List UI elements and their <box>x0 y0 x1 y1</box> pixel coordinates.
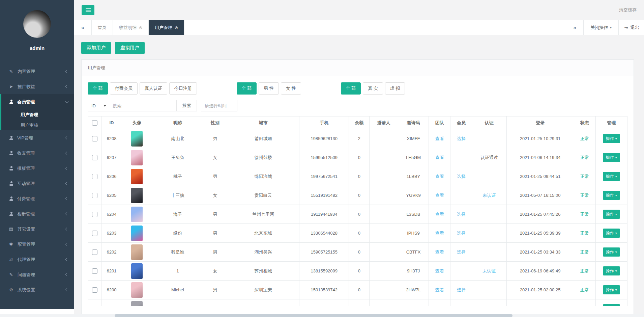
action-dropdown-button[interactable]: 操作▾ <box>603 266 620 275</box>
action-dropdown-button[interactable]: 操作▾ <box>603 210 620 219</box>
logout-button[interactable]: ⇥ 退出 <box>618 20 644 35</box>
tab-home[interactable]: 首页 <box>92 20 113 35</box>
header-cell: 登录 <box>506 116 574 129</box>
user-avatar[interactable] <box>131 131 143 147</box>
action-dropdown-button[interactable]: 操作▾ <box>603 285 620 294</box>
sidebar-item-album[interactable]: 相册管理 <box>0 206 74 221</box>
action-dropdown-button[interactable]: 操作▾ <box>603 191 620 200</box>
sidebar-item-config[interactable]: ✱配置管理 <box>0 237 74 252</box>
tab-current[interactable]: 用户管理⊗ <box>149 20 184 35</box>
sidebar-item-question[interactable]: ✎问题管理 <box>0 267 74 282</box>
member-select-link[interactable]: 选择 <box>457 231 466 236</box>
row-checkbox[interactable] <box>92 287 97 293</box>
filter-button[interactable]: 女 性 <box>281 82 301 95</box>
action-dropdown-button[interactable]: 操作▾ <box>603 247 620 257</box>
user-avatar[interactable] <box>131 244 143 260</box>
sidebar-subitem[interactable]: 用户管理 <box>1 109 74 120</box>
horizontal-scrollbar-thumb[interactable] <box>115 314 513 317</box>
cell-city: 北京东城 <box>227 224 299 243</box>
close-icon[interactable]: ⊗ <box>175 25 178 30</box>
search-input[interactable] <box>109 100 177 111</box>
user-avatar[interactable] <box>131 301 143 306</box>
date-picker-input[interactable] <box>201 100 237 111</box>
row-checkbox[interactable] <box>92 193 97 198</box>
member-select-link[interactable]: 选择 <box>457 136 466 141</box>
tab-item[interactable]: 收益明细⊗ <box>113 20 149 35</box>
sidebar-item-interact[interactable]: 互动管理 <box>0 176 74 191</box>
action-dropdown-button[interactable]: 操作▾ <box>603 153 620 162</box>
team-view-link[interactable]: 查看 <box>435 155 444 160</box>
filter-button[interactable]: 全 部 <box>341 82 361 95</box>
cell-balance: 0 <box>349 281 370 299</box>
tabs-scroll-right-icon[interactable]: » <box>566 20 583 35</box>
filter-button[interactable]: 今日注册 <box>169 82 197 95</box>
team-view-link[interactable]: 查看 <box>435 268 444 273</box>
user-avatar[interactable] <box>131 263 143 279</box>
team-view-link[interactable]: 查看 <box>435 287 444 292</box>
cell-status: 正常 <box>574 186 595 205</box>
filter-button[interactable]: 全 部 <box>237 82 257 95</box>
row-checkbox[interactable] <box>92 155 97 160</box>
clear-cache-link[interactable]: 清空缓存 <box>619 7 637 13</box>
sidebar-item-system[interactable]: ⚙系统设置 <box>0 282 74 297</box>
user-avatar[interactable] <box>131 207 143 222</box>
action-dropdown-button[interactable]: 操作▾ <box>603 172 620 181</box>
user-avatar[interactable] <box>131 150 143 165</box>
sidebar-item-pay[interactable]: 付费管理 <box>0 191 74 206</box>
filter-button[interactable]: 真人认证 <box>140 82 167 95</box>
sidebar-item-finance[interactable]: 收支管理 <box>0 146 74 161</box>
team-view-link[interactable]: 查看 <box>435 212 444 217</box>
user-avatar[interactable] <box>131 282 143 298</box>
action-dropdown-button[interactable]: 操作▾ <box>603 304 620 306</box>
hamburger-button[interactable] <box>82 5 94 15</box>
sidebar-subitem[interactable]: 用户审核 <box>1 120 74 130</box>
user-avatar[interactable] <box>131 226 143 241</box>
cell-status: 正常 <box>574 205 595 224</box>
action-dropdown-button[interactable]: 操作▾ <box>603 229 620 238</box>
row-checkbox[interactable] <box>92 174 97 179</box>
cert-status: 认证通过 <box>480 155 498 160</box>
select-all-checkbox[interactable] <box>92 120 97 126</box>
virtual-user-button[interactable]: 虚拟用户 <box>115 42 145 54</box>
sidebar-item-template[interactable]: 模板管理 <box>0 161 74 176</box>
team-view-link[interactable]: 查看 <box>435 136 444 141</box>
tabs-scroll-left-icon[interactable]: « <box>74 20 92 35</box>
sidebar-item-content[interactable]: ✎内容管理 <box>0 64 74 79</box>
row-checkbox[interactable] <box>92 231 97 236</box>
member-select-link[interactable]: 选择 <box>457 287 466 292</box>
sidebar-item-promo[interactable]: ➤推广收益 <box>0 79 74 94</box>
avatar[interactable] <box>23 10 51 38</box>
cell-action: 操作▾ <box>595 281 627 299</box>
cell-phone: 15013539742 <box>299 281 349 299</box>
user-avatar[interactable] <box>131 188 143 203</box>
search-button[interactable]: 搜索 <box>177 100 197 111</box>
row-checkbox[interactable] <box>92 249 97 255</box>
action-dropdown-button[interactable]: 操作▾ <box>603 134 620 143</box>
team-view-link[interactable]: 查看 <box>435 231 444 236</box>
row-checkbox[interactable] <box>92 136 97 141</box>
filter-button[interactable]: 虚 拟 <box>385 82 405 95</box>
sidebar-item-agent[interactable]: ⇄代理管理 <box>0 252 74 267</box>
user-avatar[interactable] <box>131 169 143 184</box>
member-select-link[interactable]: 选择 <box>457 212 466 217</box>
filter-button[interactable]: 真 实 <box>363 82 383 95</box>
team-view-link[interactable]: 查看 <box>435 193 444 198</box>
close-operations-dropdown[interactable]: 关闭操作 ▾ <box>583 20 618 35</box>
row-checkbox[interactable] <box>92 212 97 217</box>
search-field-select[interactable]: ID <box>88 100 109 111</box>
team-view-link[interactable]: 查看 <box>435 174 444 179</box>
sidebar-item-other[interactable]: ▤其它设置 <box>0 221 74 237</box>
filter-button[interactable]: 男 性 <box>259 82 279 95</box>
cert-status[interactable]: 未认证 <box>482 193 496 198</box>
sidebar-item-member[interactable]: 会员管理 <box>1 94 74 109</box>
add-user-button[interactable]: 添加用户 <box>81 42 111 54</box>
member-select-link[interactable]: 选择 <box>457 249 466 255</box>
sidebar-item-vip[interactable]: VIP管理 <box>0 130 74 146</box>
row-checkbox[interactable] <box>92 268 97 274</box>
close-icon[interactable]: ⊗ <box>139 25 142 30</box>
filter-button[interactable]: 全 部 <box>88 82 108 95</box>
team-view-link[interactable]: 查看 <box>435 249 444 255</box>
cert-status[interactable]: 未认证 <box>482 268 496 273</box>
filter-button[interactable]: 付费会员 <box>110 82 138 95</box>
member-select-link[interactable]: 选择 <box>457 174 466 179</box>
